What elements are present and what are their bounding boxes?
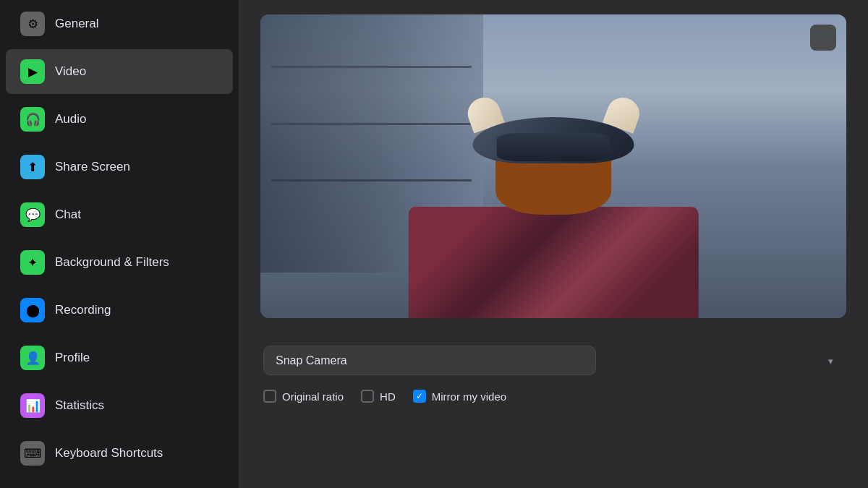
pip-button[interactable] — [810, 25, 836, 51]
chat-icon: 💬 — [20, 202, 45, 227]
sidebar-item-share-screen[interactable]: ⬆Share Screen — [6, 145, 233, 189]
sidebar-label-share-screen: Share Screen — [55, 160, 130, 174]
general-icon: ⚙ — [20, 12, 45, 36]
keyboard-shortcuts-icon: ⌨ — [20, 441, 45, 466]
checkbox-label-original-ratio: Original ratio — [282, 390, 344, 403]
sidebar-label-background: Background & Filters — [55, 255, 169, 270]
video-preview — [260, 14, 846, 318]
sidebar-item-audio[interactable]: 🎧Audio — [6, 97, 233, 142]
video-icon: ▶ — [20, 59, 45, 84]
share-screen-icon: ⬆ — [20, 155, 45, 179]
checkbox-row: Original ratioHD✓Mirror my video — [263, 390, 843, 403]
sidebar-label-audio: Audio — [55, 112, 86, 127]
checkbox-item-hd[interactable]: HD — [361, 390, 396, 403]
profile-icon: 👤 — [20, 346, 45, 370]
sidebar-label-keyboard-shortcuts: Keyboard Shortcuts — [55, 446, 163, 461]
select-arrow-icon: ▾ — [828, 355, 833, 366]
sidebar-item-statistics[interactable]: 📊Statistics — [6, 383, 233, 428]
camera-select-wrapper: Snap CameraFaceTime HD CameraNo Camera ▾ — [263, 346, 843, 375]
statistics-icon: 📊 — [20, 393, 45, 418]
checkbox-original-ratio[interactable] — [263, 390, 276, 403]
sidebar-item-recording[interactable]: ⬤Recording — [6, 288, 233, 333]
sidebar-item-profile[interactable]: 👤Profile — [6, 335, 233, 380]
sidebar-item-video[interactable]: ▶Video — [6, 49, 233, 94]
sidebar-item-keyboard-shortcuts[interactable]: ⌨Keyboard Shortcuts — [6, 431, 233, 476]
sidebar-label-general: General — [55, 17, 98, 31]
audio-icon: 🎧 — [20, 107, 45, 132]
background-icon: ✦ — [20, 250, 45, 275]
recording-icon: ⬤ — [20, 298, 45, 322]
main-content: Snap CameraFaceTime HD CameraNo Camera ▾… — [239, 0, 868, 488]
checkbox-item-original-ratio[interactable]: Original ratio — [263, 390, 344, 403]
sidebar-label-profile: Profile — [55, 351, 90, 365]
checkbox-mirror[interactable]: ✓ — [413, 390, 426, 403]
checkbox-label-mirror: Mirror my video — [432, 390, 506, 403]
settings-section: Snap CameraFaceTime HD CameraNo Camera ▾… — [260, 335, 846, 419]
sidebar-item-general[interactable]: ⚙General — [6, 1, 233, 46]
sidebar-label-video: Video — [55, 64, 86, 79]
sidebar-item-background[interactable]: ✦Background & Filters — [6, 240, 233, 285]
checkbox-hd[interactable] — [361, 390, 374, 403]
sidebar-label-statistics: Statistics — [55, 398, 104, 413]
sidebar-label-chat: Chat — [55, 207, 81, 222]
sidebar: ⚙General▶Video🎧Audio⬆Share Screen💬Chat✦B… — [0, 0, 239, 488]
checkbox-label-hd: HD — [380, 390, 396, 403]
checkbox-item-mirror[interactable]: ✓Mirror my video — [413, 390, 506, 403]
sidebar-label-recording: Recording — [55, 303, 111, 317]
camera-select[interactable]: Snap CameraFaceTime HD CameraNo Camera — [263, 346, 596, 375]
sidebar-item-chat[interactable]: 💬Chat — [6, 192, 233, 237]
